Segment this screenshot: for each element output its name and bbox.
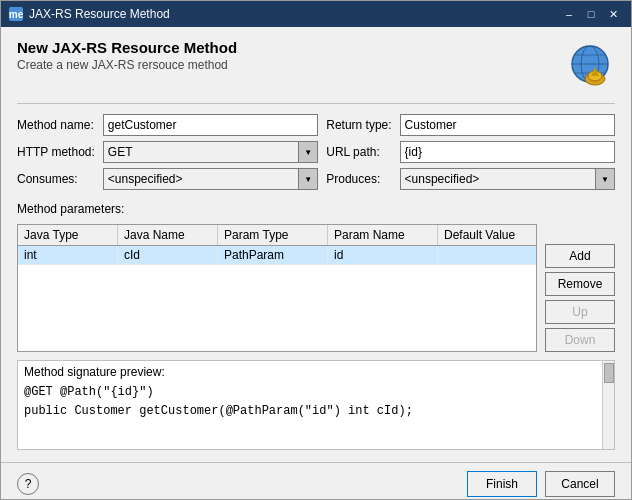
- produces-select[interactable]: <unspecified>: [400, 168, 615, 190]
- method-name-input[interactable]: [103, 114, 318, 136]
- http-method-select[interactable]: GET POST PUT DELETE: [103, 141, 318, 163]
- consumes-label: Consumes:: [17, 172, 95, 186]
- col-java-type: Java Type: [18, 225, 118, 245]
- signature-line1: @GET @Path("{id}"): [24, 383, 608, 402]
- method-name-label: Method name:: [17, 118, 95, 132]
- return-type-input[interactable]: [400, 114, 615, 136]
- title-bar-controls: – □ ✕: [559, 5, 623, 23]
- header-text: New JAX-RS Resource Method Create a new …: [17, 39, 237, 72]
- main-body: Java Type Java Name Param Type Param Nam…: [17, 224, 615, 352]
- table-row[interactable]: int cId PathParam id: [18, 246, 536, 265]
- minimize-button[interactable]: –: [559, 5, 579, 23]
- method-params-label: Method parameters:: [17, 202, 615, 216]
- header-section: New JAX-RS Resource Method Create a new …: [17, 39, 615, 89]
- dialog-subtitle: Create a new JAX-RS rersouce method: [17, 58, 237, 72]
- table-header: Java Type Java Name Param Type Param Nam…: [18, 225, 536, 246]
- signature-label: Method signature preview:: [24, 365, 608, 379]
- cell-java-name: cId: [118, 246, 218, 264]
- footer: ? Finish Cancel: [1, 462, 631, 500]
- consumes-select[interactable]: <unspecified>: [103, 168, 318, 190]
- cell-default-value: [438, 246, 536, 264]
- http-method-label: HTTP method:: [17, 145, 95, 159]
- help-button[interactable]: ?: [17, 473, 39, 495]
- return-type-label: Return type:: [326, 118, 391, 132]
- add-button[interactable]: Add: [545, 244, 615, 268]
- down-button[interactable]: Down: [545, 328, 615, 352]
- signature-section: Method signature preview: @GET @Path("{i…: [17, 360, 615, 450]
- footer-right: Finish Cancel: [467, 471, 615, 497]
- up-button[interactable]: Up: [545, 300, 615, 324]
- cancel-button[interactable]: Cancel: [545, 471, 615, 497]
- col-param-type: Param Type: [218, 225, 328, 245]
- cell-param-type: PathParam: [218, 246, 328, 264]
- dialog-title: New JAX-RS Resource Method: [17, 39, 237, 56]
- col-default-value: Default Value: [438, 225, 536, 245]
- content-area: New JAX-RS Resource Method Create a new …: [1, 27, 631, 462]
- footer-left: ?: [17, 473, 39, 495]
- divider-1: [17, 103, 615, 104]
- params-table: Java Type Java Name Param Type Param Nam…: [17, 224, 537, 352]
- table-section: Java Type Java Name Param Type Param Nam…: [17, 224, 537, 352]
- maximize-button[interactable]: □: [581, 5, 601, 23]
- col-param-name: Param Name: [328, 225, 438, 245]
- signature-line2: public Customer getCustomer(@PathParam("…: [24, 402, 608, 421]
- dialog-window: me JAX-RS Resource Method – □ ✕ New JAX-…: [0, 0, 632, 500]
- button-panel: Add Remove Up Down: [545, 224, 615, 352]
- title-bar: me JAX-RS Resource Method – □ ✕: [1, 1, 631, 27]
- remove-button[interactable]: Remove: [545, 272, 615, 296]
- title-bar-text: JAX-RS Resource Method: [29, 7, 559, 21]
- globe-icon: [565, 39, 615, 89]
- close-button[interactable]: ✕: [603, 5, 623, 23]
- table-body: int cId PathParam id: [18, 246, 536, 351]
- cell-java-type: int: [18, 246, 118, 264]
- signature-text: @GET @Path("{id}") public Customer getCu…: [24, 383, 608, 421]
- finish-button[interactable]: Finish: [467, 471, 537, 497]
- scrollbar-thumb: [604, 363, 614, 383]
- produces-select-wrapper: <unspecified> ▼: [400, 168, 615, 190]
- url-path-label: URL path:: [326, 145, 391, 159]
- cell-param-name: id: [328, 246, 438, 264]
- http-method-select-wrapper: GET POST PUT DELETE ▼: [103, 141, 318, 163]
- app-icon: me: [9, 7, 23, 21]
- produces-label: Produces:: [326, 172, 391, 186]
- col-java-name: Java Name: [118, 225, 218, 245]
- url-path-input[interactable]: [400, 141, 615, 163]
- consumes-select-wrapper: <unspecified> ▼: [103, 168, 318, 190]
- form-grid: Method name: Return type: HTTP method: G…: [17, 114, 615, 190]
- signature-scrollbar[interactable]: [602, 361, 614, 449]
